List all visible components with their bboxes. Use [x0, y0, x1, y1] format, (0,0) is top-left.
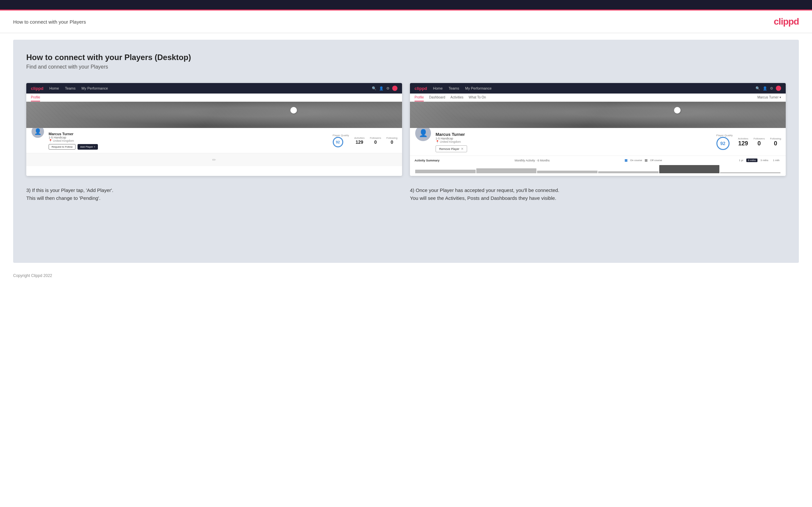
profile-row-1: 👤 Marcus Turner 1-5 Handicap 📍 United Ki…: [31, 125, 398, 150]
following-label-2: Following: [770, 137, 781, 140]
remove-x-icon: ✕: [461, 147, 463, 151]
player-handicap-2: 1-5 Handicap: [436, 137, 712, 140]
followers-value-2: 0: [754, 140, 765, 147]
search-icon-1[interactable]: 🔍: [372, 86, 376, 91]
activities-value-2: 129: [738, 140, 748, 147]
descriptions-row: 3) If this is your Player tap, 'Add Play…: [26, 186, 786, 202]
header: How to connect with your Players clippd: [0, 10, 812, 33]
tab-whattoon-2[interactable]: What To On: [469, 96, 486, 101]
description-4-text: 4) Once your Player has accepted your re…: [410, 187, 559, 201]
profile-icon-2[interactable]: 👤: [763, 86, 767, 91]
activity-header: Activity Summary Monthly Activity · 6 Mo…: [414, 159, 781, 162]
hero-overlay-2: [410, 102, 786, 128]
profile-buttons-1: Request to Follow Add Player +: [49, 144, 329, 150]
remove-button-wrapper: Remove Player ✕: [436, 146, 712, 152]
mockup-logo-2: clippd: [414, 86, 427, 91]
following-stat-1: Following 0: [386, 136, 398, 145]
settings-icon-2[interactable]: ⚙: [770, 86, 773, 91]
filter-6mths[interactable]: 6 mths: [746, 159, 757, 162]
follow-button-1[interactable]: Request to Follow: [49, 144, 75, 150]
player-location-1: 📍 United Kingdom: [49, 139, 329, 143]
activity-legend: On course Off course: [625, 159, 662, 162]
header-title: How to connect with your Players: [13, 19, 86, 24]
avatar-icon-1[interactable]: [392, 86, 398, 91]
search-icon-2[interactable]: 🔍: [756, 86, 760, 91]
bar-6: [720, 172, 780, 173]
tab-profile-2[interactable]: Profile: [414, 96, 424, 101]
mockup-nav-icons-2: 🔍 👤 ⚙: [756, 86, 781, 91]
nav-item-performance-2[interactable]: My Performance: [465, 86, 492, 90]
followers-value-1: 0: [370, 139, 381, 145]
quality-circle-2: 92: [716, 137, 729, 150]
filter-1yr[interactable]: 1 yr: [738, 159, 745, 162]
mockup-footer-1: ✏: [26, 153, 402, 166]
tab-player-selector[interactable]: Marcus Turner ▾: [757, 96, 781, 101]
filter-1mth[interactable]: 1 mth: [771, 159, 781, 162]
description-4: 4) Once your Player has accepted your re…: [410, 186, 786, 202]
add-player-button-1[interactable]: Add Player +: [78, 144, 98, 150]
stats-row-2: Player Quality 92 Activities 129 Followe…: [716, 125, 781, 150]
screenshot-1: clippd Home Teams My Performance 🔍 👤 ⚙ P…: [26, 83, 402, 176]
tab-profile-1[interactable]: Profile: [31, 96, 40, 101]
activity-summary: Activity Summary Monthly Activity · 6 Mo…: [410, 156, 786, 176]
remove-player-label: Remove Player: [439, 147, 460, 151]
activities-stat-1: Activities 129: [354, 136, 365, 145]
quality-wrapper-1: Player Quality 92: [333, 134, 349, 147]
activities-label-1: Activities: [354, 136, 365, 139]
copyright-text: Copyright Clippd 2022: [13, 273, 52, 278]
activity-period: Monthly Activity · 6 Months: [515, 159, 550, 162]
legend-on-dot: [625, 159, 627, 162]
bar-5: [659, 165, 720, 173]
bar-2: [476, 168, 537, 173]
nav-item-home-2[interactable]: Home: [433, 86, 443, 90]
bar-3: [537, 171, 598, 173]
player-name-1: Marcus Turner: [49, 132, 329, 136]
settings-icon-1[interactable]: ⚙: [386, 86, 390, 91]
golf-ball-1: [290, 107, 297, 114]
mockup-nav-icons-1: 🔍 👤 ⚙: [372, 86, 398, 91]
avatar-icon-2[interactable]: [776, 86, 781, 91]
mockup-profile-1: 👤 Marcus Turner 1-5 Handicap 📍 United Ki…: [26, 128, 402, 153]
activities-label-2: Activities: [738, 137, 748, 140]
stats-row-1: Player Quality 92 Activities 129 Followe…: [333, 125, 398, 147]
profile-info-2: Marcus Turner 1-5 Handicap 📍 United King…: [436, 125, 712, 152]
followers-stat-1: Followers 0: [370, 136, 381, 145]
player-handicap-1: 1-5 Handicap: [49, 136, 329, 139]
mini-bar-chart: [414, 164, 781, 173]
profile-icon-1[interactable]: 👤: [379, 86, 384, 91]
location-text-1: United Kingdom: [53, 139, 74, 143]
avatar-person-icon-2: 👤: [419, 129, 428, 137]
following-stat-2: Following 0: [770, 137, 781, 147]
edit-icon-1: ✏: [212, 157, 216, 162]
mockup-hero-1: [26, 102, 402, 128]
page-title: How to connect with your Players (Deskto…: [26, 53, 786, 62]
remove-player-button[interactable]: Remove Player ✕: [436, 146, 467, 152]
main-content: How to connect with your Players (Deskto…: [13, 40, 799, 263]
nav-item-home-1[interactable]: Home: [49, 86, 59, 90]
tab-dashboard-2[interactable]: Dashboard: [429, 96, 445, 101]
mockup-nav-2: clippd Home Teams My Performance 🔍 👤 ⚙: [410, 83, 786, 94]
profile-row-2: 👤 Marcus Turner 1-5 Handicap 📍 United Ki…: [414, 125, 781, 152]
nav-item-performance-1[interactable]: My Performance: [82, 86, 108, 90]
quality-label-1: Player Quality: [333, 134, 349, 137]
legend-off-dot: [645, 159, 648, 162]
mockup-logo-1: clippd: [31, 86, 43, 91]
player-name-2: Marcus Turner: [436, 132, 712, 137]
tab-activities-2[interactable]: Activities: [450, 96, 463, 101]
following-label-1: Following: [386, 136, 398, 139]
mockup-hero-2: [410, 102, 786, 128]
followers-stat-2: Followers 0: [754, 137, 765, 147]
nav-item-teams-2[interactable]: Teams: [449, 86, 459, 90]
time-filters: 1 yr 6 mths 3 mths 1 mth: [738, 159, 781, 162]
player-location-2: 📍 United Kingdom: [436, 140, 712, 144]
nav-item-teams-1[interactable]: Teams: [65, 86, 75, 90]
location-icon-2: 📍: [436, 140, 439, 144]
avatar-person-icon-1: 👤: [34, 128, 41, 135]
mockup-profile-2: 👤 Marcus Turner 1-5 Handicap 📍 United Ki…: [410, 128, 786, 156]
following-value-1: 0: [386, 139, 398, 145]
bar-1: [415, 170, 476, 173]
filter-3mths[interactable]: 3 mths: [759, 159, 770, 162]
following-value-2: 0: [770, 140, 781, 147]
mockup-tabs-1: Profile: [26, 94, 402, 102]
golf-ball-2: [674, 107, 680, 114]
